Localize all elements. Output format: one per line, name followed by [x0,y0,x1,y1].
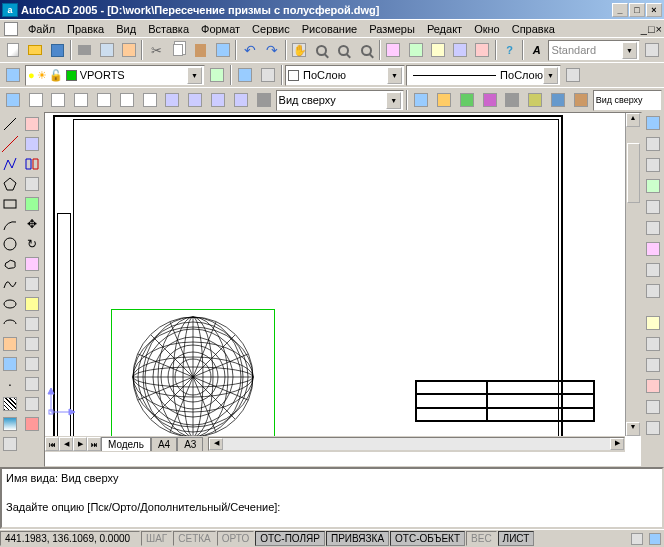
view-se-iso-button[interactable] [184,89,206,111]
status-tray-icon[interactable] [628,531,646,547]
dim-tolerance-button[interactable] [643,334,663,354]
dim-center-button[interactable] [643,355,663,375]
tab-last-button[interactable]: ⏭ [87,437,101,451]
open-button[interactable] [24,39,45,61]
view-bottom-button[interactable] [48,89,70,111]
maximize-button[interactable]: □ [629,3,645,17]
menu-insert[interactable]: Вставка [142,21,195,37]
polygon-tool[interactable] [0,174,20,194]
menu-edit[interactable]: Правка [61,21,110,37]
status-ortho[interactable]: ОРТО [217,531,254,546]
shade-3d-button[interactable] [456,89,478,111]
doc-minimize-button[interactable]: _ [641,23,647,35]
menu-window[interactable]: Окно [468,21,506,37]
cut-button[interactable]: ✂ [145,39,166,61]
tab-first-button[interactable]: ⏮ [45,437,59,451]
dim-linear-button[interactable] [643,113,663,133]
status-osnap[interactable]: ПРИВЯЗКА [326,531,389,546]
rotate-tool[interactable]: ↻ [22,234,42,254]
scroll-left-button[interactable]: ◀ [209,438,223,450]
doc-close-button[interactable]: × [656,23,662,35]
fillet-tool[interactable] [22,394,42,414]
markup-button[interactable] [472,39,493,61]
plot-preview-button[interactable] [96,39,117,61]
line-tool[interactable] [0,114,20,134]
dim-radius-button[interactable] [643,176,663,196]
dim-diameter-button[interactable] [643,197,663,217]
status-polar[interactable]: ОТС-ПОЛЯР [255,531,325,546]
spline-tool[interactable] [0,274,20,294]
dim-leader-button[interactable] [643,313,663,333]
dim-continue-button[interactable] [643,281,663,301]
rectangle-tool[interactable] [0,194,20,214]
view-left-button[interactable] [70,89,92,111]
polyline-tool[interactable] [0,154,20,174]
scroll-thumb[interactable] [627,143,640,203]
dim-aligned-button[interactable] [643,134,663,154]
shade-flat-button[interactable] [501,89,523,111]
shade-flat-edges-button[interactable] [547,89,569,111]
tab-model[interactable]: Модель [101,437,151,451]
move-tool[interactable]: ✥ [22,214,42,234]
region-tool[interactable] [0,434,20,454]
make-block-tool[interactable] [0,354,20,374]
gradient-tool[interactable] [0,414,20,434]
toolpalettes-button[interactable] [427,39,448,61]
dim-style-button[interactable] [641,39,662,61]
tab-a3[interactable]: A3 [177,437,203,451]
horizontal-scrollbar[interactable]: ◀ ▶ [208,437,625,451]
arc-tool[interactable] [0,214,20,234]
xline-tool[interactable] [0,134,20,154]
dim-ordinate-button[interactable] [643,155,663,175]
break-tool[interactable] [22,354,42,374]
dim-edit-button[interactable] [643,376,663,396]
menu-draw[interactable]: Рисование [296,21,363,37]
scroll-right-button[interactable]: ▶ [610,438,624,450]
dim-angular-button[interactable] [643,218,663,238]
array-tool[interactable] [22,194,42,214]
shade-hidden-button[interactable] [479,89,501,111]
text-style-dropdown[interactable]: Standard ▼ [548,40,640,61]
view-ne-iso-button[interactable] [207,89,229,111]
view-back-button[interactable] [139,89,161,111]
status-grid[interactable]: СЕТКА [173,531,216,546]
camera-button[interactable] [253,89,275,111]
layer-manager-button[interactable] [2,64,24,86]
publish-button[interactable] [118,39,139,61]
extend-tool[interactable] [22,314,42,334]
new-button[interactable] [2,39,23,61]
revcloud-tool[interactable] [0,254,20,274]
shade-gouraud-button[interactable] [524,89,546,111]
dim-quick-button[interactable] [643,239,663,259]
redo-button[interactable]: ↷ [262,39,283,61]
copy-obj-tool[interactable] [22,134,42,154]
help-button[interactable]: ? [499,39,520,61]
dim-tedit-button[interactable] [643,397,663,417]
view-dropdown-2[interactable]: Вид сверху [593,90,662,111]
undo-button[interactable]: ↶ [239,39,260,61]
color-dropdown[interactable]: ПоСлою ▼ [285,65,405,86]
mirror-tool[interactable] [22,154,42,174]
copy-button[interactable] [168,39,189,61]
trim-tool[interactable] [22,294,42,314]
drawing-canvas[interactable] [45,113,625,436]
menu-file[interactable]: Файл [22,21,61,37]
menu-dimension[interactable]: Размеры [363,21,421,37]
chamfer-tool[interactable] [22,374,42,394]
shade-2d-button[interactable] [433,89,455,111]
menu-view[interactable]: Вид [110,21,142,37]
doc-restore-button[interactable]: □ [648,23,655,35]
paste-button[interactable] [190,39,211,61]
circle-tool[interactable] [0,234,20,254]
status-otrack[interactable]: ОТС-ОБЪЕКТ [390,531,465,546]
shade-gouraud-edges-button[interactable] [570,89,592,111]
offset-tool[interactable] [22,174,42,194]
view-nw-iso-button[interactable] [230,89,252,111]
menu-help[interactable]: Справка [506,21,561,37]
menu-format[interactable]: Формат [195,21,246,37]
erase-tool[interactable] [22,114,42,134]
zoom-window-button[interactable] [333,39,354,61]
tab-prev-button[interactable]: ◀ [59,437,73,451]
pan-button[interactable]: ✋ [289,39,310,61]
layer-states-button[interactable] [257,64,279,86]
